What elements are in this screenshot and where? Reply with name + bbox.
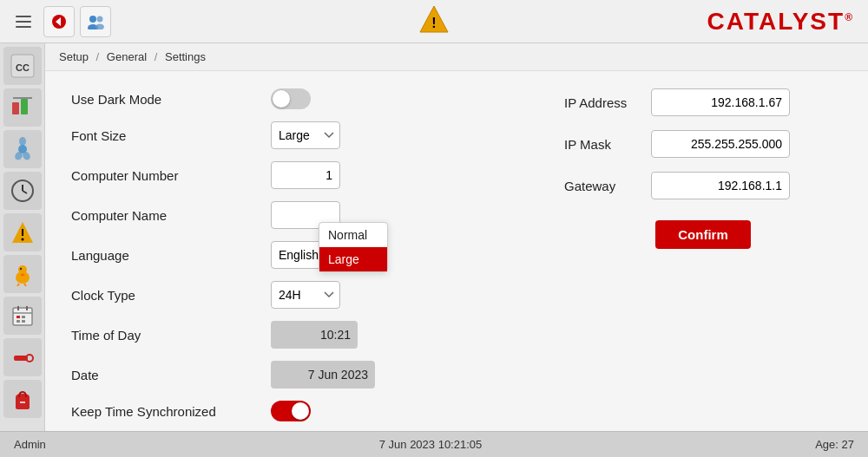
sidebar-item-clock[interactable] bbox=[3, 172, 42, 210]
clock-type-select[interactable]: 24H 12H bbox=[271, 281, 340, 309]
svg-point-22 bbox=[21, 238, 23, 241]
svg-point-4 bbox=[97, 16, 103, 22]
sidebar-item-fan[interactable] bbox=[3, 130, 42, 168]
svg-rect-34 bbox=[22, 316, 25, 318]
time-of-day-row: Time of Day bbox=[71, 321, 529, 349]
breadcrumb-setup[interactable]: Setup bbox=[59, 50, 89, 63]
sidebar-item-tools[interactable] bbox=[3, 88, 42, 127]
keep-time-toggle[interactable] bbox=[271, 401, 311, 421]
language-label: Language bbox=[71, 248, 262, 263]
users-button[interactable] bbox=[80, 6, 111, 37]
sidebar-item-cc[interactable]: CC bbox=[3, 47, 42, 85]
svg-rect-36 bbox=[22, 320, 25, 323]
svg-rect-35 bbox=[16, 320, 20, 323]
catalyst-logo-area: CATALYST® bbox=[707, 8, 854, 36]
top-bar: ! CATALYST® bbox=[0, 0, 868, 43]
computer-number-label: Computer Number bbox=[71, 168, 262, 183]
date-input[interactable] bbox=[271, 361, 375, 388]
bottom-datetime: 7 Jun 2023 10:21:05 bbox=[379, 438, 483, 451]
date-label: Date bbox=[71, 368, 262, 382]
gateway-label: Gateway bbox=[564, 179, 642, 193]
svg-rect-33 bbox=[16, 316, 20, 318]
back-button[interactable] bbox=[43, 6, 75, 37]
breadcrumb-settings: Settings bbox=[165, 50, 206, 63]
breadcrumb-sep1: / bbox=[96, 50, 100, 63]
font-size-option-large[interactable]: Large bbox=[319, 247, 387, 271]
bottom-age: Age: 27 bbox=[815, 438, 854, 451]
svg-line-28 bbox=[24, 284, 26, 286]
breadcrumb-general[interactable]: General bbox=[107, 50, 147, 63]
svg-text:!: ! bbox=[431, 16, 436, 30]
sidebar-item-key[interactable] bbox=[3, 338, 42, 376]
left-column: Use Dark Mode Font Size Large Normal bbox=[71, 88, 529, 414]
back-arrow-icon bbox=[51, 14, 67, 29]
sidebar-item-bag[interactable] bbox=[3, 380, 42, 418]
computer-number-input[interactable] bbox=[271, 161, 340, 189]
hamburger-menu-button[interactable] bbox=[9, 9, 38, 35]
dark-mode-track bbox=[271, 88, 311, 109]
font-size-option-normal[interactable]: Normal bbox=[319, 223, 387, 247]
gateway-input[interactable] bbox=[651, 172, 790, 199]
keep-time-thumb bbox=[292, 402, 309, 420]
font-size-row: Font Size Large Normal bbox=[71, 121, 529, 149]
ip-address-input[interactable] bbox=[651, 88, 790, 116]
svg-point-2 bbox=[89, 16, 96, 23]
clock-type-label: Clock Type bbox=[71, 288, 262, 303]
top-bar-left bbox=[9, 6, 111, 37]
breadcrumb: Setup / General / Settings bbox=[45, 43, 868, 71]
bottom-user: Admin bbox=[14, 438, 46, 451]
sidebar: CC bbox=[0, 43, 45, 431]
breadcrumb-sep2: / bbox=[155, 50, 158, 63]
svg-line-27 bbox=[17, 284, 19, 286]
confirm-button[interactable]: Confirm bbox=[655, 220, 751, 249]
svg-point-24 bbox=[18, 265, 27, 274]
keep-time-row: Keep Time Synchronized bbox=[71, 401, 529, 421]
svg-text:CC: CC bbox=[16, 62, 30, 73]
dark-mode-row: Use Dark Mode bbox=[71, 88, 529, 109]
alert-bell-icon: ! bbox=[418, 4, 450, 36]
top-bar-center: ! bbox=[418, 4, 450, 38]
computer-name-row: Computer Name bbox=[71, 201, 529, 229]
ip-mask-row: IP Mask bbox=[564, 130, 842, 158]
svg-rect-10 bbox=[12, 102, 19, 114]
font-size-select[interactable]: Large Normal bbox=[271, 121, 340, 149]
ip-address-row: IP Address bbox=[564, 88, 842, 116]
ip-mask-input[interactable] bbox=[651, 130, 790, 158]
sidebar-item-road[interactable] bbox=[3, 213, 42, 251]
time-of-day-label: Time of Day bbox=[71, 328, 262, 343]
svg-point-14 bbox=[19, 137, 26, 146]
date-row: Date bbox=[71, 361, 529, 388]
confirm-area: Confirm bbox=[564, 217, 842, 249]
svg-point-5 bbox=[95, 23, 104, 29]
svg-line-19 bbox=[23, 191, 27, 193]
right-column: IP Address IP Mask Gateway Confirm bbox=[564, 88, 842, 414]
ip-mask-label: IP Mask bbox=[564, 137, 642, 152]
gateway-row: Gateway bbox=[564, 172, 842, 199]
font-size-dropdown: Normal Large bbox=[319, 222, 388, 272]
svg-point-26 bbox=[19, 268, 21, 270]
font-size-select-wrapper: Large Normal bbox=[271, 121, 340, 149]
font-size-label: Font Size bbox=[71, 128, 262, 143]
keep-time-label: Keep Time Synchronized bbox=[71, 404, 262, 419]
content-area: Setup / General / Settings Use Dark Mode bbox=[45, 43, 868, 431]
computer-name-label: Computer Name bbox=[71, 208, 262, 223]
keep-time-track bbox=[271, 401, 311, 421]
dark-mode-toggle[interactable] bbox=[271, 88, 311, 109]
users-icon bbox=[86, 14, 105, 29]
computer-number-row: Computer Number bbox=[71, 161, 529, 189]
dark-mode-thumb bbox=[273, 90, 290, 108]
main-area: CC bbox=[0, 43, 868, 431]
ip-address-label: IP Address bbox=[564, 95, 642, 110]
clock-type-row: Clock Type 24H 12H bbox=[71, 281, 529, 309]
language-row: Language English Spanish French bbox=[71, 241, 529, 269]
form-area: Use Dark Mode Font Size Large Normal bbox=[45, 71, 868, 431]
sidebar-item-chicken[interactable] bbox=[3, 255, 42, 293]
dark-mode-label: Use Dark Mode bbox=[71, 92, 262, 107]
bottom-bar: Admin 7 Jun 2023 10:21:05 Age: 27 bbox=[0, 431, 868, 457]
time-of-day-input[interactable] bbox=[271, 321, 358, 349]
svg-rect-11 bbox=[21, 99, 28, 114]
sidebar-item-calendar[interactable] bbox=[3, 297, 42, 335]
catalyst-logo: CATALYST® bbox=[707, 8, 854, 35]
